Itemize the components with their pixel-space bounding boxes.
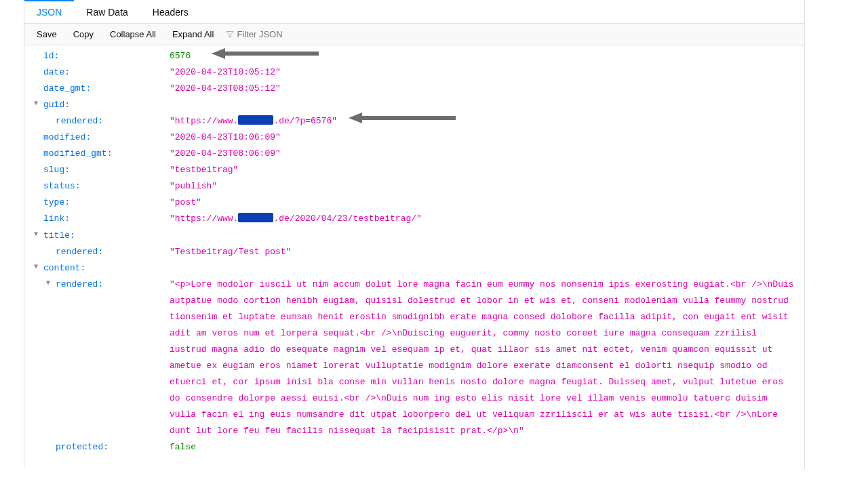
collapse-toggle-icon[interactable]: ▼ <box>34 98 42 110</box>
filter-input[interactable] <box>237 29 332 39</box>
json-key: title <box>43 228 75 244</box>
json-row-date[interactable]: date "2020-04-23T10:05:12" <box>24 64 804 81</box>
collapse-toggle-icon[interactable]: ▼ <box>46 277 54 290</box>
json-value-string: "Testbeitrag/Test post" <box>170 247 291 257</box>
json-row-modified-gmt[interactable]: modified_gmt "2020-04-23T08:06:09" <box>24 146 804 162</box>
json-value-string: "2020-04-23T10:05:12" <box>170 67 281 77</box>
json-value-string: "2020-04-23T08:06:09" <box>170 148 281 159</box>
json-value-number: 6576 <box>170 51 191 61</box>
filter-wrap <box>226 29 332 39</box>
json-value-string: "2020-04-23T08:05:12" <box>170 83 281 94</box>
json-value-string: "testbeitrag" <box>170 165 238 175</box>
json-key: type <box>43 195 70 211</box>
json-row-id[interactable]: id 6576 <box>24 48 804 64</box>
json-key: modified_gmt <box>43 146 112 162</box>
json-row-link[interactable]: link "https://www..de/2020/04/23/testbei… <box>24 211 804 227</box>
json-key: date <box>43 64 70 81</box>
json-key: content <box>43 260 85 277</box>
json-key: slug <box>43 162 70 178</box>
json-viewer-panel: JSON Raw Data Headers Save Copy Collapse… <box>24 0 805 469</box>
save-button[interactable]: Save <box>30 26 64 42</box>
json-value-string: "publish" <box>170 181 217 191</box>
json-key: rendered <box>56 113 103 129</box>
expand-all-button[interactable]: Expand All <box>165 26 220 42</box>
json-row-modified[interactable]: modified "2020-04-23T10:06:09" <box>24 129 804 146</box>
json-key: status <box>43 178 81 195</box>
copy-button[interactable]: Copy <box>66 26 100 42</box>
json-key: protected <box>56 439 108 455</box>
json-row-content-protected[interactable]: protected false <box>24 439 804 455</box>
json-row-guid[interactable]: ▼guid <box>24 97 804 113</box>
viewer-toolbar: Save Copy Collapse All Expand All <box>24 24 804 45</box>
json-value-string: "https://www..de/2020/04/23/testbeitrag/… <box>170 214 422 224</box>
collapse-toggle-icon[interactable]: ▼ <box>34 261 42 274</box>
json-key: guid <box>43 97 70 113</box>
json-value-string: "https://www..de/?p=6576" <box>170 116 337 126</box>
json-row-title[interactable]: ▼title <box>24 228 804 244</box>
json-row-type[interactable]: type "post" <box>24 195 804 211</box>
json-row-guid-rendered[interactable]: rendered "https://www..de/?p=6576" <box>24 113 804 129</box>
redacted-domain <box>238 213 273 222</box>
viewer-tabs: JSON Raw Data Headers <box>24 0 804 24</box>
json-row-status[interactable]: status "publish" <box>24 178 804 195</box>
redacted-domain <box>238 115 273 125</box>
json-key: date_gmt <box>43 81 91 97</box>
json-key: rendered <box>56 277 103 293</box>
json-value-string: "<p>Lore modolor iuscil ut nim accum dol… <box>170 279 799 436</box>
json-row-content[interactable]: ▼content <box>24 260 804 277</box>
json-key: rendered <box>56 244 103 260</box>
json-key: link <box>43 211 70 227</box>
json-value-string: "2020-04-23T10:06:09" <box>170 132 281 142</box>
json-row-date-gmt[interactable]: date_gmt "2020-04-23T08:05:12" <box>24 81 804 97</box>
json-row-content-rendered[interactable]: ▼rendered "<p>Lore modolor iuscil ut nim… <box>24 277 804 439</box>
json-row-title-rendered[interactable]: rendered "Testbeitrag/Test post" <box>24 244 804 260</box>
json-key: modified <box>43 129 91 146</box>
tab-raw-data[interactable]: Raw Data <box>74 0 140 23</box>
json-row-slug[interactable]: slug "testbeitrag" <box>24 162 804 178</box>
json-key: id <box>43 48 59 64</box>
tab-headers[interactable]: Headers <box>140 0 201 23</box>
json-value-string: "post" <box>170 197 201 207</box>
json-tree: id 6576 date "2020-04-23T10:05:12" date_… <box>24 45 804 469</box>
collapse-all-button[interactable]: Collapse All <box>103 26 163 42</box>
json-value-boolean: false <box>170 442 196 452</box>
tab-json[interactable]: JSON <box>24 0 74 23</box>
filter-icon <box>226 30 234 39</box>
collapse-toggle-icon[interactable]: ▼ <box>34 228 42 241</box>
